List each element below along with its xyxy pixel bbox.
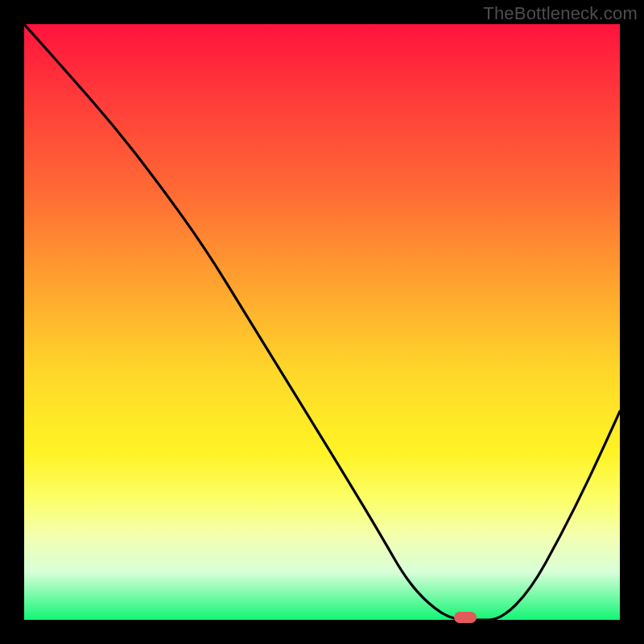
optimal-marker <box>454 612 477 623</box>
watermark-text: TheBottleneck.com <box>483 3 638 24</box>
bottleneck-curve <box>24 24 620 620</box>
plot-area <box>24 24 620 620</box>
chart-frame: TheBottleneck.com <box>0 0 644 644</box>
